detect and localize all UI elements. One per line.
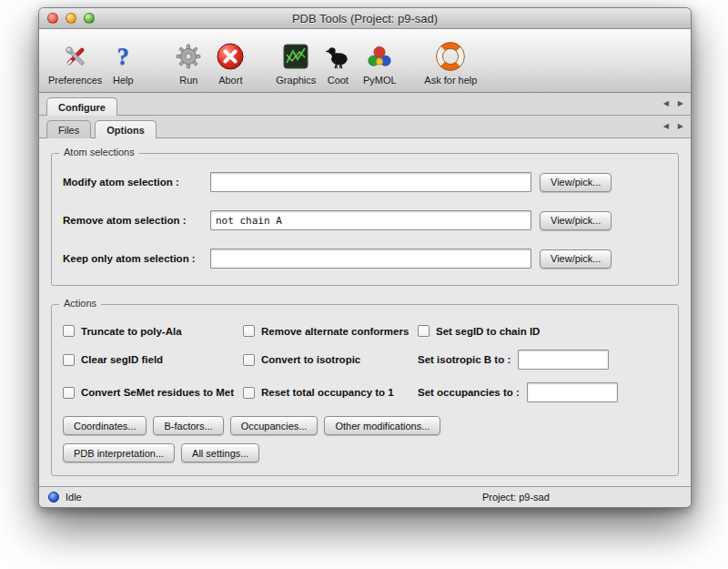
graphics-icon [282, 40, 309, 73]
tab-scroll-right-icon[interactable]: ▶ [678, 123, 683, 130]
tabrow-sub: Files Options ◀ ▶ [39, 116, 691, 138]
toolbar-item-abort[interactable]: Abort [209, 35, 251, 86]
modify-view-pick-button[interactable]: View/pick... [540, 173, 612, 192]
toolbar-label: Run [179, 75, 197, 86]
tab-scroll-arrows: ◀ ▶ [663, 93, 683, 115]
set-segid-to-chain-id-label: Set segID to chain ID [436, 326, 540, 337]
keep-only-view-pick-button[interactable]: View/pick... [540, 249, 612, 269]
set-occupancies-input[interactable] [527, 382, 618, 402]
toolbar-item-coot[interactable]: Coot [317, 35, 359, 86]
modify-atom-selection-input[interactable] [210, 172, 531, 192]
checkbox-row-set-segid-to-chain-id: Set segID to chain ID [418, 325, 667, 337]
checkbox-row-reset-total-occupancy: Reset total occupancy to 1 [243, 387, 418, 399]
checkbox-row-convert-to-isotropic: Convert to isotropic [243, 354, 418, 366]
truncate-poly-ala-checkbox[interactable] [63, 325, 75, 337]
keep-only-atom-selection-row: Keep only atom selection : View/pick... [63, 249, 667, 269]
modify-atom-selection-row: Modify atom selection : View/pick... [63, 172, 667, 192]
remove-alternate-conformers-checkbox[interactable] [243, 325, 255, 337]
toolbar-label: PyMOL [363, 75, 397, 86]
group-title: Actions [59, 298, 101, 309]
toolbar-item-run[interactable]: Run [167, 35, 209, 86]
checkbox-row-truncate-poly-ala: Truncate to poly-Ala [63, 325, 243, 337]
minimize-button[interactable] [66, 13, 76, 24]
actions-group: Actions Truncate to poly-Ala Remove alte… [51, 304, 679, 476]
coordinates-button[interactable]: Coordinates... [63, 416, 147, 435]
toolbar-item-graphics[interactable]: Graphics [275, 35, 317, 86]
convert-to-isotropic-label: Convert to isotropic [261, 354, 360, 365]
tab-scroll-left-icon[interactable]: ◀ [663, 100, 669, 107]
keep-only-atom-selection-input[interactable] [210, 249, 531, 269]
help-question-icon: ? [117, 40, 130, 73]
b-factors-button[interactable]: B-factors... [153, 416, 223, 435]
remove-atom-selection-label: Remove atom selection : [63, 215, 210, 226]
statusbar: Idle Project: p9-sad [39, 486, 691, 507]
convert-to-isotropic-checkbox[interactable] [243, 354, 255, 366]
toolbar-item-preferences[interactable]: Preferences [48, 35, 102, 86]
set-occupancies-label: Set occupancies to : [418, 387, 520, 398]
reset-total-occupancy-label: Reset total occupancy to 1 [261, 387, 394, 398]
tab-files[interactable]: Files [46, 120, 91, 138]
all-settings-button[interactable]: All settings... [181, 443, 259, 462]
checkbox-row-convert-semet-to-met: Convert SeMet residues to Met [63, 387, 243, 399]
titlebar: PDB Tools (Project: p9-sad) [39, 8, 691, 29]
tabrow-main: Configure ◀ ▶ [39, 93, 691, 116]
group-title: Atom selections [59, 147, 139, 157]
coot-bird-icon [324, 40, 351, 73]
set-occupancies-field: Set occupancies to : [418, 382, 667, 402]
abort-icon [216, 40, 245, 73]
tab-options[interactable]: Options [95, 120, 157, 138]
life-ring-icon [436, 40, 465, 73]
convert-semet-to-met-checkbox[interactable] [63, 387, 75, 399]
set-isotropic-b-label: Set isotropic B to : [418, 354, 511, 365]
toolbar: Preferences ? Help Run [39, 29, 691, 93]
clear-segid-field-checkbox[interactable] [63, 354, 75, 366]
remove-atom-selection-input[interactable] [210, 210, 531, 230]
remove-atom-selection-row: Remove atom selection : View/pick... [63, 210, 667, 230]
toolbar-label: Coot [328, 75, 349, 86]
options-panel: Atom selections Modify atom selection : … [39, 138, 691, 486]
actions-grid: Truncate to poly-Ala Remove alternate co… [63, 325, 667, 402]
traffic-lights [47, 13, 95, 24]
tab-scroll-left-icon[interactable]: ◀ [663, 123, 669, 130]
toolbar-item-pymol[interactable]: PyMOL [359, 35, 400, 86]
remove-alternate-conformers-label: Remove alternate conformers [261, 326, 409, 337]
clear-segid-field-label: Clear segID field [81, 354, 163, 365]
checkbox-row-remove-alternate-conformers: Remove alternate conformers [243, 325, 418, 337]
set-segid-to-chain-id-checkbox[interactable] [418, 325, 430, 337]
toolbar-item-help[interactable]: ? Help [102, 35, 144, 86]
toolbar-label: Graphics [276, 75, 316, 86]
toolbar-label: Preferences [48, 75, 102, 86]
toolbar-label: Help [113, 75, 134, 86]
truncate-poly-ala-label: Truncate to poly-Ala [81, 326, 182, 337]
occupancies-button[interactable]: Occupancies... [230, 416, 318, 435]
status-text: Idle [66, 492, 82, 503]
keep-only-atom-selection-label: Keep only atom selection : [63, 253, 210, 264]
actions-buttons-row-2: PDB interpretation... All settings... [63, 443, 667, 462]
pdb-tools-window: PDB Tools (Project: p9-sad) Preferenc [38, 7, 692, 508]
other-modifications-button[interactable]: Other modifications... [324, 416, 440, 435]
checkbox-row-clear-segid-field: Clear segID field [63, 354, 243, 366]
set-isotropic-b-input[interactable] [518, 350, 609, 370]
tab-scroll-right-icon[interactable]: ▶ [678, 100, 683, 107]
close-button[interactable] [47, 13, 58, 24]
zoom-button[interactable] [84, 13, 95, 24]
pdb-interpretation-button[interactable]: PDB interpretation... [63, 443, 175, 462]
window-title: PDB Tools (Project: p9-sad) [292, 12, 438, 25]
status-indicator-icon [48, 492, 59, 503]
toolbar-item-ask-for-help[interactable]: Ask for help [424, 35, 477, 86]
remove-view-pick-button[interactable]: View/pick... [540, 211, 612, 230]
modify-atom-selection-label: Modify atom selection : [63, 177, 210, 188]
preferences-tools-icon [62, 40, 89, 73]
tab-scroll-arrows: ◀ ▶ [663, 116, 683, 137]
convert-semet-to-met-label: Convert SeMet residues to Met [81, 387, 234, 398]
set-isotropic-b-field: Set isotropic B to : [418, 350, 667, 370]
reset-total-occupancy-checkbox[interactable] [243, 387, 255, 399]
run-gear-icon [175, 40, 202, 73]
toolbar-label: Ask for help [424, 75, 477, 86]
pymol-icon [366, 40, 393, 73]
toolbar-label: Abort [218, 75, 242, 86]
project-label: Project: p9-sad [482, 492, 550, 503]
actions-buttons-row-1: Coordinates... B-factors... Occupancies.… [63, 416, 667, 435]
tab-configure[interactable]: Configure [46, 97, 117, 116]
atom-selections-group: Atom selections Modify atom selection : … [51, 153, 679, 286]
